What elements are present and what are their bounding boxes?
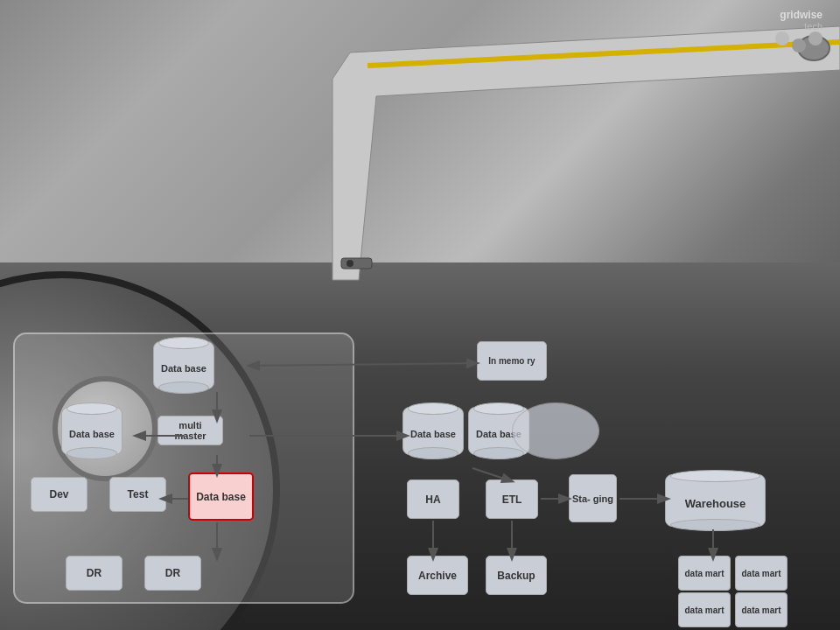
etl-box-container: ETL <box>486 480 538 519</box>
etl-box: ETL <box>486 480 538 519</box>
svg-rect-3 <box>341 258 372 269</box>
in-memory-container: In memo ry <box>477 341 547 381</box>
datamart-2: data mart <box>735 556 788 591</box>
datamart-4: data mart <box>735 592 788 627</box>
logo-text: gridwise tech <box>771 9 822 32</box>
database-left: Data base <box>61 407 122 455</box>
db-left-cylinder: Data base <box>61 407 122 455</box>
staging-box: Sta- ging <box>569 474 617 522</box>
warehouse-box-container: Warehouse <box>665 474 766 527</box>
test-box: Test <box>109 477 166 512</box>
ha-box: HA <box>407 480 459 519</box>
test-box-container: Test <box>109 477 166 512</box>
dr2-container: DR <box>144 556 201 591</box>
backup-box: Backup <box>486 556 547 595</box>
archive-box: Archive <box>407 556 468 595</box>
hd-arm-svg <box>0 0 840 350</box>
diagram-container: Data base multi master Data base Dev Tes… <box>13 332 840 630</box>
database-main-container: Data base <box>188 472 254 521</box>
multi-master-label: multi master <box>158 416 219 445</box>
dev-box: Dev <box>31 477 88 512</box>
database-main-red: Data base <box>188 472 254 521</box>
dev-box-container: Dev <box>31 477 88 512</box>
staging-box-container: Sta- ging <box>569 474 617 522</box>
dr1-container: DR <box>66 556 122 591</box>
backup-box-container: Backup <box>486 556 547 595</box>
archive-box-container: Archive <box>407 556 468 595</box>
in-memory-box: In memo ry <box>477 341 547 381</box>
db-right1-cylinder: Data base <box>402 407 464 455</box>
datamart-group: data mart data mart data mart data mart <box>678 556 840 626</box>
ha-box-container: HA <box>407 480 459 519</box>
dr1-box: DR <box>66 556 122 591</box>
logo-icon <box>775 32 822 52</box>
datamart-3: data mart <box>678 592 731 627</box>
svg-point-4 <box>346 260 354 267</box>
db-top-cylinder: Data base <box>153 341 214 389</box>
cloud-shape <box>512 402 599 459</box>
warehouse-cylinder: Warehouse <box>665 474 766 527</box>
logo: gridwise tech <box>771 9 822 52</box>
database-top: Data base <box>153 341 214 389</box>
database-right1-container: Data base <box>402 407 464 455</box>
dr2-box: DR <box>144 556 201 591</box>
datamart-1: data mart <box>678 556 731 591</box>
